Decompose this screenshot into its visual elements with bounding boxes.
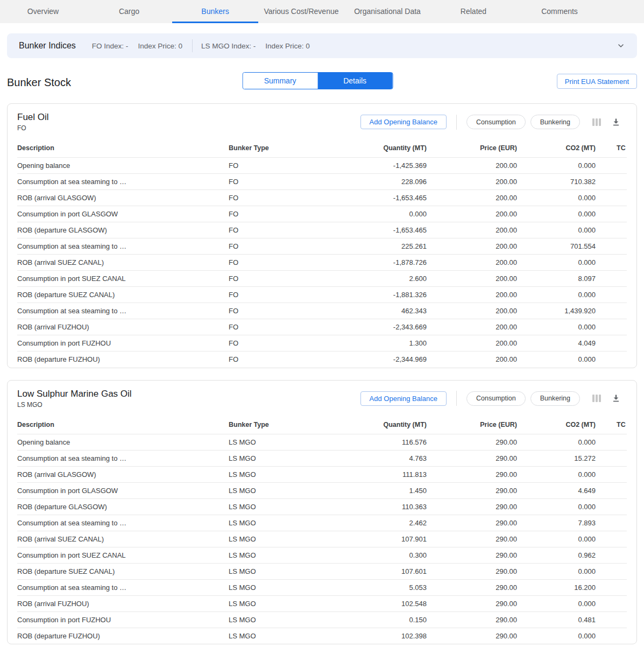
cell-quantity: 1.450 <box>321 482 427 498</box>
table-row[interactable]: Consumption in port GLASGOWFO0.000200.00… <box>17 206 627 222</box>
table-row[interactable]: Consumption in port FUZHOULS MGO0.150290… <box>17 611 627 628</box>
cell-tc <box>596 563 627 579</box>
table-row[interactable]: Consumption at sea steaming to …LS MGO2.… <box>17 515 627 531</box>
card-actions: Add Opening Balance ConsumptionBunkering <box>360 115 627 130</box>
table-row[interactable]: ROB (departure GLASGOW)FO-1,653.465200.0… <box>17 222 627 238</box>
add-opening-balance-button[interactable]: Add Opening Balance <box>360 115 447 129</box>
tab-comments[interactable]: Comments <box>516 0 603 23</box>
cell-bunker-type: FO <box>229 206 321 222</box>
column-header-quantity-mt: Quantity (MT) <box>321 416 427 434</box>
divider <box>192 39 193 52</box>
tab-cargo[interactable]: Cargo <box>86 0 172 23</box>
table-row[interactable]: Consumption at sea steaming to …LS MGO5.… <box>17 579 627 595</box>
cell-description: Consumption at sea steaming to … <box>17 515 229 531</box>
page-title-row: Bunker Stock SummaryDetails Print EUA St… <box>7 72 637 93</box>
table-row[interactable]: ROB (departure FUZHOU)FO-2,344.969200.00… <box>17 351 627 368</box>
cell-description: Consumption at sea steaming to … <box>17 579 229 595</box>
cell-co2: 4.649 <box>517 482 596 498</box>
cell-co2: 15.272 <box>517 450 596 466</box>
table-row[interactable]: ROB (departure SUEZ CANAL)LS MGO107.6012… <box>17 563 627 579</box>
cell-tc <box>596 466 627 482</box>
cell-quantity: 116.576 <box>321 434 427 450</box>
tab-overview[interactable]: Overview <box>0 0 86 23</box>
bunkering-button[interactable]: Bunkering <box>530 391 580 406</box>
download-icon[interactable] <box>612 118 620 126</box>
cell-price: 200.00 <box>427 287 517 303</box>
table-row[interactable]: Consumption at sea steaming to …FO228.09… <box>17 174 627 190</box>
cell-tc <box>596 335 627 351</box>
table-row[interactable]: Consumption at sea steaming to …FO225.26… <box>17 238 627 255</box>
columns-icon[interactable] <box>592 118 601 126</box>
card-header: Fuel Oil FO Add Opening Balance Consumpt… <box>8 104 636 135</box>
toggle-summary[interactable]: Summary <box>243 73 317 89</box>
cell-co2: 0.000 <box>517 531 596 547</box>
cell-price: 290.00 <box>427 466 517 482</box>
table-row[interactable]: Opening balanceLS MGO116.576290.000.000 <box>17 434 627 450</box>
cell-quantity: 2.462 <box>321 515 427 531</box>
add-opening-balance-button[interactable]: Add Opening Balance <box>360 391 447 406</box>
divider <box>456 391 457 406</box>
bunker-indices-bar[interactable]: Bunker Indices FO Index: -Index Price: 0… <box>7 33 637 58</box>
download-icon[interactable] <box>612 394 620 403</box>
table-row[interactable]: ROB (departure FUZHOU)LS MGO102.398290.0… <box>17 628 627 644</box>
cell-tc <box>596 174 627 190</box>
cell-tc <box>596 238 627 255</box>
cell-description: ROB (arrival FUZHOU) <box>17 595 229 611</box>
tab-related[interactable]: Related <box>430 0 516 23</box>
cell-co2: 0.962 <box>517 547 596 563</box>
cell-quantity: 1.300 <box>321 335 427 351</box>
card-subtitle: LS MGO <box>17 401 132 409</box>
tab-organisational-data[interactable]: Organisational Data <box>344 0 430 23</box>
card-title: Low Sulphur Marine Gas Oil <box>17 389 132 399</box>
card-titles: Fuel Oil FO <box>17 112 49 132</box>
table-row[interactable]: ROB (arrival SUEZ CANAL)LS MGO107.901290… <box>17 531 627 547</box>
table-row[interactable]: ROB (arrival GLASGOW)LS MGO111.813290.00… <box>17 466 627 482</box>
table-row[interactable]: Consumption in port SUEZ CANALFO2.600200… <box>17 271 627 287</box>
cell-bunker-type: LS MGO <box>229 531 321 547</box>
cell-quantity: 107.601 <box>321 563 427 579</box>
cell-bunker-type: FO <box>229 351 321 368</box>
tab-various-cost-revenue[interactable]: Various Cost/Revenue <box>258 0 344 23</box>
cell-price: 200.00 <box>427 351 517 368</box>
cell-bunker-type: FO <box>229 255 321 271</box>
table-row[interactable]: Consumption at sea steaming to …FO462.34… <box>17 303 627 319</box>
chevron-down-icon[interactable] <box>617 41 625 50</box>
consumption-button[interactable]: Consumption <box>466 391 526 406</box>
cell-co2: 4.049 <box>517 335 596 351</box>
cell-co2: 1,439.920 <box>517 303 596 319</box>
columns-icon[interactable] <box>592 395 601 402</box>
cell-bunker-type: FO <box>229 238 321 255</box>
column-header-bunker-type: Bunker Type <box>229 139 321 158</box>
toggle-details[interactable]: Details <box>317 73 392 89</box>
tab-bunkers[interactable]: Bunkers <box>172 0 258 23</box>
cell-price: 290.00 <box>427 611 517 628</box>
cell-tc <box>596 271 627 287</box>
table-row[interactable]: ROB (arrival FUZHOU)LS MGO102.548290.000… <box>17 595 627 611</box>
print-eua-statement-button[interactable]: Print EUA Statement <box>557 74 637 89</box>
index-item-ls-mgo-index: LS MGO Index: - <box>201 42 256 50</box>
table-row[interactable]: ROB (arrival GLASGOW)FO-1,653.465200.000… <box>17 190 627 206</box>
cell-description: Consumption in port GLASGOW <box>17 206 229 222</box>
table-row[interactable]: Opening balanceFO-1,425.369200.000.000 <box>17 158 627 174</box>
table-row[interactable]: ROB (arrival SUEZ CANAL)FO-1,878.726200.… <box>17 255 627 271</box>
column-header-description: Description <box>17 139 229 158</box>
cell-quantity: -1,653.465 <box>321 222 427 238</box>
cell-price: 290.00 <box>427 531 517 547</box>
cell-description: ROB (departure SUEZ CANAL) <box>17 563 229 579</box>
cell-description: Opening balance <box>17 434 229 450</box>
cell-description: Consumption in port GLASGOW <box>17 482 229 498</box>
table-row[interactable]: ROB (departure SUEZ CANAL)FO-1,881.32620… <box>17 287 627 303</box>
table-row[interactable]: Consumption in port SUEZ CANALLS MGO0.30… <box>17 547 627 563</box>
table-row[interactable]: ROB (departure GLASGOW)LS MGO110.363290.… <box>17 498 627 515</box>
bunkering-button[interactable]: Bunkering <box>530 115 580 129</box>
consumption-button[interactable]: Consumption <box>466 115 526 129</box>
table-row[interactable]: Consumption in port GLASGOWLS MGO1.45029… <box>17 482 627 498</box>
table-row[interactable]: Consumption in port FUZHOUFO1.300200.004… <box>17 335 627 351</box>
cell-tc <box>596 222 627 238</box>
bunker-indices-values: FO Index: -Index Price: 0LS MGO Index: -… <box>92 39 320 52</box>
cell-quantity: 225.261 <box>321 238 427 255</box>
table-row[interactable]: Consumption at sea steaming to …LS MGO4.… <box>17 450 627 466</box>
cell-tc <box>596 579 627 595</box>
table-row[interactable]: ROB (arrival FUZHOU)FO-2,343.669200.000.… <box>17 319 627 335</box>
cell-tc <box>596 531 627 547</box>
